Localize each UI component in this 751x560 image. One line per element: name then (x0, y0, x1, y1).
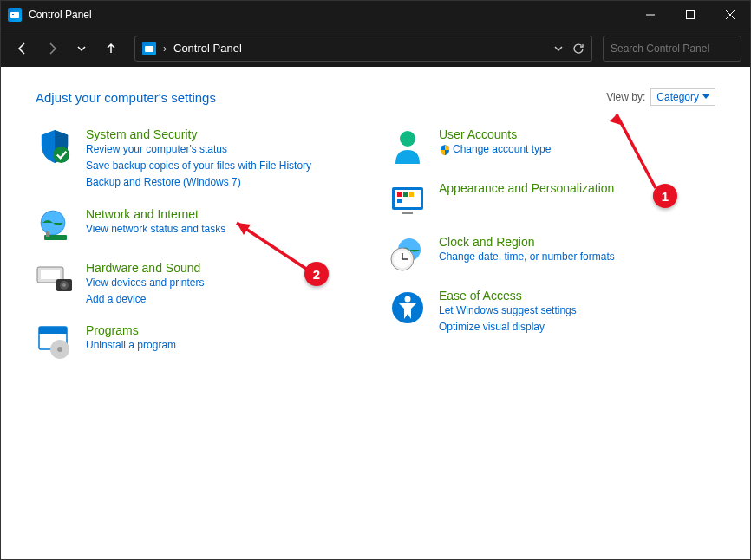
svg-point-24 (400, 131, 415, 147)
refresh-icon[interactable] (572, 42, 584, 55)
addressbar-text: Control Panel (173, 42, 546, 55)
maximize-button[interactable] (670, 1, 710, 29)
category-title[interactable]: Hardware and Sound (86, 261, 362, 275)
category-link[interactable]: Save backup copies of your files with Fi… (86, 158, 362, 174)
content-area: Adjust your computer's settings View by:… (1, 67, 750, 559)
svg-point-23 (57, 347, 62, 352)
categories-container: System and Security Review your computer… (36, 127, 715, 361)
svg-point-19 (62, 283, 66, 287)
svg-rect-27 (397, 192, 402, 197)
viewby-label: View by: (606, 91, 645, 103)
appearance-icon (389, 181, 427, 219)
category-title[interactable]: Ease of Access (439, 289, 715, 303)
user-icon (389, 127, 427, 166)
svg-rect-31 (402, 212, 413, 214)
titlebar: Control Panel (1, 1, 750, 29)
category-title[interactable]: Programs (86, 323, 362, 337)
svg-rect-4 (687, 11, 695, 19)
svg-marker-40 (610, 114, 624, 126)
category-ease-access: Ease of Access Let Windows suggest setti… (389, 289, 715, 335)
heading-row: Adjust your computer's settings View by:… (36, 88, 715, 106)
category-link[interactable]: Change account type (439, 141, 715, 158)
up-button[interactable] (98, 36, 124, 62)
category-user-accounts: User Accounts Change account type (389, 127, 715, 166)
svg-rect-0 (10, 12, 19, 18)
globe-icon (36, 207, 74, 245)
right-column: User Accounts Change account type Appear… (389, 127, 715, 361)
category-title[interactable]: Appearance and Personalization (439, 181, 715, 195)
uac-shield-icon (439, 144, 451, 156)
search-box[interactable] (603, 36, 741, 62)
svg-rect-1 (12, 14, 14, 15)
window-title: Control Panel (29, 9, 92, 21)
category-hardware-sound: Hardware and Sound View devices and prin… (36, 261, 362, 308)
category-title[interactable]: Clock and Region (439, 235, 715, 249)
category-link[interactable]: Optimize visual display (439, 319, 715, 335)
svg-rect-16 (41, 270, 60, 279)
category-title[interactable]: System and Security (86, 127, 362, 141)
ease-icon (389, 289, 427, 327)
clock-icon (389, 235, 427, 273)
view-by: View by: Category (606, 88, 715, 106)
category-link[interactable]: Let Windows suggest settings (439, 303, 715, 319)
svg-rect-21 (39, 327, 67, 334)
category-link[interactable]: Uninstall a program (86, 337, 362, 354)
category-programs: Programs Uninstall a program (36, 323, 362, 361)
svg-rect-29 (409, 192, 414, 197)
recent-dropdown[interactable] (69, 36, 95, 62)
left-column: System and Security Review your computer… (36, 127, 362, 361)
minimize-button[interactable] (630, 1, 670, 29)
category-link[interactable]: View network status and tasks (86, 221, 362, 238)
svg-point-38 (405, 296, 411, 303)
category-appearance: Appearance and Personalization (389, 181, 715, 219)
svg-rect-28 (403, 192, 408, 197)
page-heading: Adjust your computer's settings (36, 90, 216, 105)
hardware-icon (36, 261, 74, 299)
category-title[interactable]: User Accounts (439, 127, 715, 141)
path-separator: › (163, 42, 167, 55)
svg-rect-14 (46, 231, 49, 237)
viewby-value: Category (656, 91, 699, 103)
close-button[interactable] (710, 1, 750, 29)
svg-point-10 (53, 147, 69, 163)
search-input[interactable] (611, 42, 741, 55)
category-clock-region: Clock and Region Change date, time, or n… (389, 235, 715, 273)
window-controls (630, 1, 750, 29)
svg-rect-30 (397, 199, 402, 203)
chevron-down-icon[interactable] (553, 43, 564, 54)
control-panel-icon (8, 8, 22, 22)
back-button[interactable] (10, 36, 36, 62)
titlebar-left: Control Panel (1, 8, 92, 22)
category-link[interactable]: Change date, time, or number formats (439, 249, 715, 265)
category-title[interactable]: Network and Internet (86, 207, 362, 221)
category-link[interactable]: View devices and printers (86, 275, 362, 291)
category-link[interactable]: Add a device (86, 291, 362, 308)
category-network-internet: Network and Internet View network status… (36, 207, 362, 245)
category-link[interactable]: Backup and Restore (Windows 7) (86, 174, 362, 191)
programs-icon (36, 323, 74, 361)
svg-rect-2 (12, 16, 14, 16)
toolbar: › Control Panel (1, 29, 750, 67)
forward-button[interactable] (39, 36, 65, 62)
shield-icon (36, 127, 74, 166)
address-bar[interactable]: › Control Panel (134, 36, 592, 62)
dropdown-arrow-icon (702, 94, 709, 100)
svg-rect-7 (145, 46, 153, 52)
category-system-security: System and Security Review your computer… (36, 127, 362, 192)
addressbar-icon (142, 42, 156, 55)
viewby-dropdown[interactable]: Category (650, 88, 715, 106)
category-link[interactable]: Review your computer's status (86, 141, 362, 158)
